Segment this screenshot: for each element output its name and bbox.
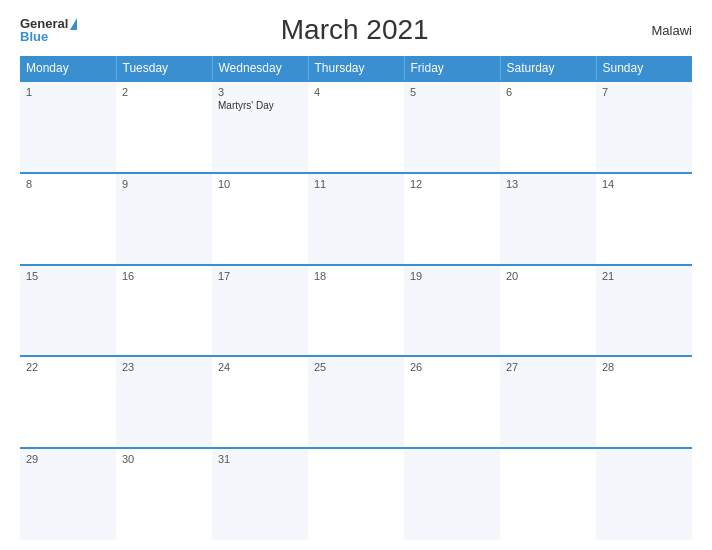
- month-title: March 2021: [77, 14, 632, 46]
- day-number: 24: [218, 361, 302, 373]
- day-number: 21: [602, 270, 686, 282]
- calendar-header-row: MondayTuesdayWednesdayThursdayFridaySatu…: [20, 56, 692, 81]
- calendar-cell: 4: [308, 81, 404, 173]
- calendar-cell: 13: [500, 173, 596, 265]
- day-number: 23: [122, 361, 206, 373]
- day-number: 9: [122, 178, 206, 190]
- calendar-cell: 8: [20, 173, 116, 265]
- day-number: 14: [602, 178, 686, 190]
- day-number: 26: [410, 361, 494, 373]
- calendar-weekday-tuesday: Tuesday: [116, 56, 212, 81]
- calendar-week-row: 293031: [20, 448, 692, 540]
- calendar-cell: 27: [500, 356, 596, 448]
- day-number: 27: [506, 361, 590, 373]
- day-number: 2: [122, 86, 206, 98]
- calendar-cell: 19: [404, 265, 500, 357]
- calendar-header: General Blue March 2021 Malawi: [20, 10, 692, 50]
- calendar-cell: 9: [116, 173, 212, 265]
- calendar-cell: 20: [500, 265, 596, 357]
- day-number: 11: [314, 178, 398, 190]
- calendar-cell: [308, 448, 404, 540]
- calendar-week-row: 891011121314: [20, 173, 692, 265]
- calendar-cell: 3Martyrs' Day: [212, 81, 308, 173]
- calendar-cell: 16: [116, 265, 212, 357]
- calendar-weekday-monday: Monday: [20, 56, 116, 81]
- logo-blue-text: Blue: [20, 30, 77, 43]
- calendar-cell: [404, 448, 500, 540]
- calendar-cell: 10: [212, 173, 308, 265]
- logo-triangle-icon: [70, 18, 77, 30]
- calendar-cell: 6: [500, 81, 596, 173]
- day-number: 13: [506, 178, 590, 190]
- holiday-label: Martyrs' Day: [218, 100, 302, 111]
- calendar-cell: 1: [20, 81, 116, 173]
- calendar-weekday-thursday: Thursday: [308, 56, 404, 81]
- logo: General Blue: [20, 17, 77, 44]
- calendar-cell: 25: [308, 356, 404, 448]
- calendar-weekday-saturday: Saturday: [500, 56, 596, 81]
- calendar-cell: [500, 448, 596, 540]
- day-number: 4: [314, 86, 398, 98]
- calendar-cell: 5: [404, 81, 500, 173]
- day-number: 16: [122, 270, 206, 282]
- calendar-cell: 15: [20, 265, 116, 357]
- logo-general-text: General: [20, 17, 77, 31]
- calendar-cell: 2: [116, 81, 212, 173]
- day-number: 1: [26, 86, 110, 98]
- calendar-cell: 31: [212, 448, 308, 540]
- day-number: 12: [410, 178, 494, 190]
- calendar-cell: 18: [308, 265, 404, 357]
- calendar-week-row: 123Martyrs' Day4567: [20, 81, 692, 173]
- calendar-table: MondayTuesdayWednesdayThursdayFridaySatu…: [20, 56, 692, 540]
- day-number: 29: [26, 453, 110, 465]
- day-number: 22: [26, 361, 110, 373]
- country-label: Malawi: [632, 23, 692, 38]
- calendar-cell: 17: [212, 265, 308, 357]
- calendar-cell: 26: [404, 356, 500, 448]
- day-number: 5: [410, 86, 494, 98]
- calendar-cell: 7: [596, 81, 692, 173]
- calendar-weekday-sunday: Sunday: [596, 56, 692, 81]
- calendar-weekday-wednesday: Wednesday: [212, 56, 308, 81]
- calendar-cell: 29: [20, 448, 116, 540]
- day-number: 30: [122, 453, 206, 465]
- day-number: 17: [218, 270, 302, 282]
- day-number: 18: [314, 270, 398, 282]
- calendar-cell: 23: [116, 356, 212, 448]
- calendar-week-row: 22232425262728: [20, 356, 692, 448]
- calendar-cell: [596, 448, 692, 540]
- day-number: 10: [218, 178, 302, 190]
- day-number: 28: [602, 361, 686, 373]
- day-number: 25: [314, 361, 398, 373]
- calendar-cell: 11: [308, 173, 404, 265]
- day-number: 20: [506, 270, 590, 282]
- calendar-cell: 28: [596, 356, 692, 448]
- day-number: 6: [506, 86, 590, 98]
- calendar-week-row: 15161718192021: [20, 265, 692, 357]
- calendar-cell: 24: [212, 356, 308, 448]
- day-number: 15: [26, 270, 110, 282]
- day-number: 8: [26, 178, 110, 190]
- calendar-cell: 22: [20, 356, 116, 448]
- day-number: 31: [218, 453, 302, 465]
- day-number: 7: [602, 86, 686, 98]
- day-number: 3: [218, 86, 302, 98]
- day-number: 19: [410, 270, 494, 282]
- calendar-cell: 30: [116, 448, 212, 540]
- calendar-cell: 21: [596, 265, 692, 357]
- calendar-cell: 12: [404, 173, 500, 265]
- calendar-cell: 14: [596, 173, 692, 265]
- calendar-weekday-friday: Friday: [404, 56, 500, 81]
